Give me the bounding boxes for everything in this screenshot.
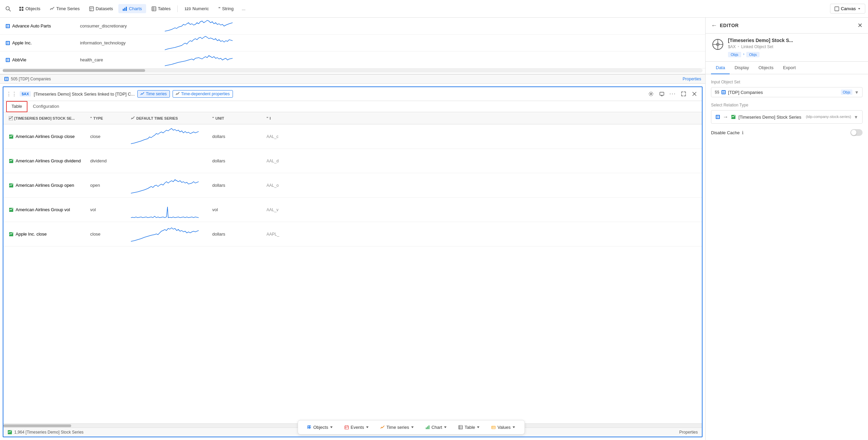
cell-type-3: open — [87, 181, 128, 189]
display-icon[interactable] — [657, 89, 667, 99]
relation-section: Select Relation Type → [Timeseries Demo]… — [711, 103, 863, 124]
editor-title: EDITOR — [720, 23, 739, 28]
bottom-toolbar: Objects Events Time series Chart Table — [298, 420, 525, 435]
svg-rect-2 — [19, 7, 21, 8]
col-header-id: " I — [264, 116, 298, 120]
relation-chevron-icon[interactable]: ▼ — [854, 115, 858, 120]
companies-properties[interactable]: Properties — [683, 77, 701, 81]
table-row: Apple Inc. close close dollars — [3, 222, 702, 246]
col-header-unit: " UNIT — [210, 116, 264, 120]
svg-rect-3 — [22, 7, 23, 8]
rel-target-icon — [731, 115, 736, 119]
company-name-2: Apple Inc. — [3, 39, 77, 47]
toolbar-events[interactable]: Events — [339, 422, 374, 432]
left-panel: Advance Auto Parts consumer_discretionar… — [0, 18, 705, 440]
object-tag: $AX — [728, 44, 736, 49]
nav-numeric[interactable]: 123 Numeric — [180, 4, 213, 13]
cell-chart-1 — [128, 125, 210, 148]
relation-name: [Timeseries Demo] Stock Series — [738, 115, 803, 120]
svg-rect-24 — [6, 42, 8, 43]
svg-rect-22 — [8, 26, 9, 27]
nav-objects[interactable]: Objects — [15, 4, 44, 13]
cell-id-4: AAL_v — [264, 206, 298, 214]
tab-table[interactable]: Table — [6, 101, 27, 112]
tab-configuration[interactable]: Configuration — [27, 101, 64, 112]
nav-canvas[interactable]: Canvas — [830, 4, 865, 14]
obj-tag-2[interactable]: Objs — [746, 52, 760, 57]
tab-data[interactable]: Data — [711, 62, 730, 74]
cache-label: Disable Cache ℹ — [711, 130, 744, 135]
cell-name-1: American Airlines Group close — [6, 133, 87, 140]
inner-properties[interactable]: Properties — [679, 430, 698, 435]
settings-icon[interactable] — [646, 89, 656, 99]
svg-rect-83 — [722, 91, 724, 92]
cache-toggle[interactable] — [850, 129, 863, 136]
panel-title: [Timeseries Demo] Stock Series linked to… — [34, 92, 135, 97]
cell-type-4: vol — [87, 206, 128, 214]
tab-objects[interactable]: Objects — [754, 62, 778, 74]
nav-datasets[interactable]: Datasets — [85, 4, 117, 13]
info-icon[interactable]: ℹ — [742, 130, 744, 135]
toolbar-objects[interactable]: Objects — [302, 422, 338, 432]
object-name: [Timeseries Demo] Stock S... — [728, 38, 863, 43]
input-object-set-row[interactable]: $$ [TDP] Companies Objs ▼ — [711, 87, 863, 97]
rel-source-icon — [715, 115, 720, 119]
cell-type-5: close — [87, 230, 128, 238]
company-sector-2: information_technology — [77, 39, 162, 47]
toolbar-values[interactable]: Values — [486, 422, 520, 432]
nav-string[interactable]: " String — [214, 4, 238, 13]
search-button[interactable] — [3, 3, 14, 14]
toolbar-time-series[interactable]: Time series — [375, 422, 419, 432]
cell-id-1: AAL_c — [264, 133, 298, 140]
scrollbar-thumb[interactable] — [3, 424, 71, 427]
object-type-icon — [711, 38, 725, 51]
time-dep-badge[interactable]: Time-dependent properties — [173, 90, 233, 98]
cell-unit-1: dollars — [210, 133, 264, 140]
input-chevron-icon[interactable]: ▼ — [854, 90, 859, 95]
main-content: Advance Auto Parts consumer_discretionar… — [0, 18, 868, 440]
tab-export[interactable]: Export — [778, 62, 801, 74]
svg-rect-39 — [660, 92, 664, 95]
more-options-icon[interactable]: ··· — [668, 89, 677, 99]
svg-marker-56 — [330, 426, 333, 428]
right-tabs: Data Display Objects Export — [706, 62, 868, 74]
inner-panel-header: ⋮⋮ $AX [Timeseries Demo] Stock Series li… — [3, 87, 702, 101]
svg-rect-32 — [8, 60, 9, 61]
back-button[interactable]: ← — [711, 22, 717, 29]
close-editor-button[interactable]: ✕ — [857, 22, 863, 29]
company-row-3: AbbVie health_care — [0, 52, 705, 68]
object-info: [Timeseries Demo] Stock S... $AX • Linke… — [728, 38, 863, 57]
tab-display[interactable]: Display — [730, 62, 754, 74]
svg-rect-82 — [722, 90, 726, 94]
right-panel: ← EDITOR ✕ [Timeseries Demo] Stock — [705, 18, 868, 440]
svg-rect-64 — [426, 427, 427, 429]
nav-tables[interactable]: Tables — [147, 4, 175, 13]
drag-handle-icon[interactable]: ⋮⋮ — [6, 91, 17, 97]
nav-more[interactable]: ... — [239, 4, 248, 13]
cell-id-3: AAL_o — [264, 182, 298, 189]
svg-rect-91 — [718, 117, 719, 119]
close-panel-icon[interactable] — [690, 89, 699, 99]
toolbar-chart[interactable]: Chart — [420, 422, 452, 432]
svg-rect-31 — [6, 60, 8, 61]
svg-rect-30 — [8, 59, 9, 60]
inner-panel: ⋮⋮ $AX [Timeseries Demo] Stock Series li… — [3, 86, 703, 437]
cell-chart-5 — [128, 223, 210, 245]
cell-name-2: American Airlines Group dividend — [6, 157, 87, 165]
svg-rect-21 — [6, 26, 8, 27]
svg-rect-37 — [7, 79, 8, 81]
nav-charts[interactable]: Charts — [118, 4, 146, 13]
toolbar-table[interactable]: Table — [453, 422, 485, 432]
obj-tag-1[interactable]: Objs — [728, 52, 741, 57]
object-card-header: [Timeseries Demo] Stock S... $AX • Linke… — [711, 38, 863, 57]
svg-rect-20 — [8, 25, 9, 26]
time-series-badge[interactable]: Time series — [137, 90, 170, 98]
nav-time-series[interactable]: Time Series — [46, 4, 84, 13]
cell-chart-3 — [128, 174, 210, 197]
col-header-type: " TYPE — [87, 116, 128, 120]
expand-icon[interactable] — [679, 89, 688, 99]
cell-name-5: Apple Inc. close — [6, 230, 87, 238]
object-meta: $AX • Linked Object Set — [728, 44, 863, 49]
cell-name-4: American Airlines Group vol — [6, 206, 87, 214]
svg-marker-77 — [513, 426, 515, 428]
